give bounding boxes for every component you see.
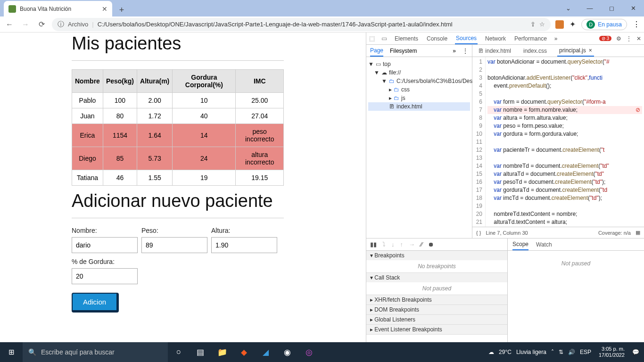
taskbar-app-1[interactable]: ▤ [190,342,211,362]
debug-section-header[interactable]: ▸ DOM Breakpoints [366,305,507,314]
weather-temp: 29°C [499,349,512,355]
input-gordura[interactable] [72,268,138,284]
file-explorer-icon[interactable]: 📁 [211,342,233,362]
patients-table: NombrePeso(kg)Altura(m)Gordura Corporal(… [72,69,284,186]
info-icon: ⓘ [58,20,64,29]
col-header: Gordura Corporal(%) [173,70,236,93]
file-tab[interactable]: index.css [521,46,549,56]
tray-chevron-icon[interactable]: ˄ [551,349,554,355]
profile-badge[interactable]: D En pausa [581,19,627,30]
sources-subtab-filesystem[interactable]: Filesystem [390,48,417,54]
taskbar-app-2[interactable]: ◎ [298,342,320,362]
file-tree[interactable]: ▼▭ top ▼☁ file:// ▼🗀 C:/Users/bola%C3%B1… [366,57,472,238]
dt-menu-dots[interactable]: ⋮ [626,35,632,42]
wifi-icon[interactable]: ⇅ [559,349,563,355]
format-icon[interactable]: { } [476,230,481,236]
input-peso[interactable] [141,237,207,253]
label-gordura: % de Gordura: [72,258,138,265]
table-row: Pablo1002.001025.00 [72,93,284,108]
debug-section-header[interactable]: ▸ XHR/fetch Breakpoints [366,295,507,304]
brave-icon[interactable]: ◆ [233,342,255,362]
minimize-button[interactable]: — [579,0,601,16]
close-window-button[interactable]: ✕ [622,0,644,16]
devtools-panel: ⬚ ▭ Elements Console Sources Network Per… [366,33,644,342]
lang-label[interactable]: ESP [580,349,591,355]
file-tab[interactable]: 🖹 index.html [476,46,513,56]
chevron-down-icon[interactable]: ⌄ [557,0,579,16]
form-heading: Adicionar nuevo paciente [72,191,366,211]
pause-exceptions-icon[interactable]: ⏺ [428,241,434,248]
clock[interactable]: 3:05 p. m. 17/01/2022 [596,346,627,358]
input-nombre[interactable] [72,237,138,253]
step-icon[interactable]: → [409,241,415,248]
dt-tab-performance[interactable]: Performance [513,33,548,44]
cursor-position: Line 7, Column 30 [486,230,528,236]
label-altura: Altura: [211,227,277,234]
chrome-icon[interactable]: ◉ [276,342,298,362]
scope-body: Not paused [508,251,644,342]
menu-dots-icon[interactable]: ⋮ [633,20,640,29]
notifications-icon[interactable]: 💬 [632,349,639,355]
inspect-icon[interactable]: ⬚ [369,35,375,42]
forward-button[interactable]: → [20,19,31,30]
more-icon[interactable]: » [453,48,456,54]
new-tab-button[interactable]: + [115,3,128,16]
extensions-puzzle-icon[interactable]: ✦ [570,20,576,29]
start-button[interactable]: ⊞ [0,342,23,362]
taskbar-search[interactable]: 🔍 Escribe aquí para buscar [23,342,168,362]
deactivate-bp-icon[interactable]: ⁄⁄ [421,241,422,248]
watch-tab[interactable]: Watch [536,241,552,248]
label-peso: Peso: [141,227,207,234]
weather-icon[interactable]: ☁ [488,349,494,355]
tab-title: Buona Vita Nutrición [20,6,71,12]
gear-icon[interactable]: ⚙ [616,35,621,42]
windows-taskbar[interactable]: ⊞ 🔍 Escribe aquí para buscar ○ ▤ 📁 ◆ ◢ ◉… [0,342,644,362]
col-header: Peso(kg) [103,70,137,93]
col-header: Altura(m) [137,70,173,93]
file-tab[interactable]: principal.js × [557,45,594,57]
pause-icon[interactable]: ▮▮ [370,241,377,248]
debug-section-header[interactable]: ▸ Event Listener Breakpoints [366,325,507,334]
input-altura[interactable] [211,237,277,253]
divider [72,218,284,218]
code-editor[interactable]: var botonAdicionar = document.querySelec… [486,57,644,227]
dt-tab-network[interactable]: Network [484,33,507,44]
page-title: Mis pacientes [72,33,366,54]
dt-tab-elements[interactable]: Elements [394,33,419,44]
address-bar[interactable]: ⓘ Archivo | C:/Users/bolaños/Desktop/ONE… [52,18,551,31]
step-into-icon[interactable]: ↓ [391,241,395,248]
device-toolbar-icon[interactable]: ▭ [381,35,387,42]
back-button[interactable]: ← [4,19,15,30]
kebab-icon[interactable]: ⋮ [462,48,468,54]
adicionar-button[interactable]: Adicion [72,293,119,313]
scope-tab[interactable]: Scope [512,239,528,250]
error-count-badge[interactable]: ⊘ 3 [599,36,611,41]
url-prefix: Archivo [68,21,88,28]
debug-section-header[interactable]: ▸ Global Listeners [366,315,507,324]
sources-subtab-page[interactable]: Page [370,45,383,57]
table-row: Juan801.724027.04 [72,108,284,124]
dt-tabs-more[interactable]: » [554,35,558,42]
coverage-toggle-icon[interactable]: ▦ [636,230,640,236]
debug-section-header[interactable]: ▾ Call Stack [366,273,507,282]
bookmark-star-icon[interactable]: ☆ [539,21,545,28]
dt-close-icon[interactable]: ✕ [636,35,641,42]
step-over-icon[interactable]: ⤵ [382,241,386,248]
task-view-icon[interactable]: ○ [168,342,190,362]
close-tab-icon[interactable]: ✕ [102,5,107,13]
dt-tab-console[interactable]: Console [426,33,448,44]
maximize-button[interactable]: ◻ [601,0,622,16]
browser-tab[interactable]: Buona Vita Nutrición ✕ [4,1,112,16]
tree-file-index[interactable]: 🖹 index.html [368,102,470,111]
share-icon[interactable]: ⇪ [530,21,536,28]
vscode-icon[interactable]: ◢ [255,342,276,362]
dt-tab-sources[interactable]: Sources [455,33,478,44]
step-out-icon[interactable]: ↑ [400,241,404,248]
extension-icon[interactable] [555,20,564,29]
debug-section-header[interactable]: ▾ Breakpoints [366,251,507,260]
weather-desc: Lluvia ligera [516,349,546,355]
reload-button[interactable]: ⟳ [36,19,47,30]
sound-icon[interactable]: 🔊 [568,349,575,355]
table-row: Diego855.7324altura incorrecto [72,147,284,170]
webpage-viewport: Mis pacientes NombrePeso(kg)Altura(m)Gor… [0,33,366,342]
